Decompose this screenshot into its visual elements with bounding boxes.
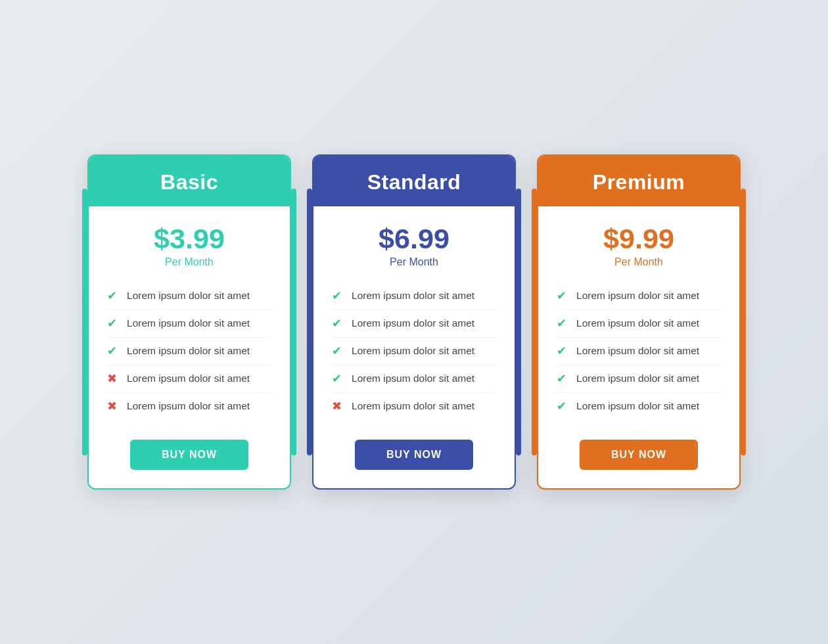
list-item: ✔Lorem ipsum dolor sit amet <box>557 365 721 393</box>
plan-name-premium: Premium <box>593 170 685 194</box>
check-icon: ✔ <box>557 344 568 358</box>
card-body-basic: $3.99Per Month✔Lorem ipsum dolor sit ame… <box>89 206 290 488</box>
list-item: ✔Lorem ipsum dolor sit amet <box>557 393 721 420</box>
check-icon: ✔ <box>332 317 344 331</box>
feature-text: Lorem ipsum dolor sit amet <box>352 400 474 412</box>
price-period-premium: Per Month <box>603 256 674 268</box>
features-list-standard: ✔Lorem ipsum dolor sit amet✔Lorem ipsum … <box>332 283 496 420</box>
list-item: ✖Lorem ipsum dolor sit amet <box>107 365 271 393</box>
price-amount-basic: $3.99 <box>154 225 225 253</box>
pricing-card-basic: Basic$3.99Per Month✔Lorem ipsum dolor si… <box>87 154 291 489</box>
check-icon: ✔ <box>107 344 119 358</box>
cross-icon: ✖ <box>107 400 119 413</box>
feature-text: Lorem ipsum dolor sit amet <box>352 345 474 357</box>
check-icon: ✔ <box>557 372 568 386</box>
cross-icon: ✖ <box>332 400 344 413</box>
feature-text: Lorem ipsum dolor sit amet <box>576 345 699 357</box>
cross-icon: ✖ <box>107 372 119 386</box>
list-item: ✔Lorem ipsum dolor sit amet <box>107 338 271 365</box>
card-body-premium: $9.99Per Month✔Lorem ipsum dolor sit ame… <box>538 206 739 488</box>
price-period-standard: Per Month <box>379 256 449 268</box>
list-item: ✔Lorem ipsum dolor sit amet <box>557 283 721 310</box>
feature-text: Lorem ipsum dolor sit amet <box>352 317 474 329</box>
list-item: ✔Lorem ipsum dolor sit amet <box>332 338 496 365</box>
plan-name-basic: Basic <box>160 170 218 194</box>
price-section-standard: $6.99Per Month <box>379 206 449 282</box>
features-list-basic: ✔Lorem ipsum dolor sit amet✔Lorem ipsum … <box>107 283 271 420</box>
feature-text: Lorem ipsum dolor sit amet <box>352 290 474 302</box>
price-section-basic: $3.99Per Month <box>154 206 225 282</box>
list-item: ✖Lorem ipsum dolor sit amet <box>107 393 271 420</box>
check-icon: ✔ <box>107 289 119 303</box>
feature-text: Lorem ipsum dolor sit amet <box>127 317 250 329</box>
list-item: ✔Lorem ipsum dolor sit amet <box>107 310 271 338</box>
check-icon: ✔ <box>332 344 344 358</box>
feature-text: Lorem ipsum dolor sit amet <box>576 317 699 329</box>
price-period-basic: Per Month <box>154 256 225 268</box>
price-amount-premium: $9.99 <box>603 225 674 253</box>
price-amount-standard: $6.99 <box>379 225 449 253</box>
price-section-premium: $9.99Per Month <box>603 206 674 282</box>
card-header-basic: Basic <box>89 156 290 206</box>
card-header-premium: Premium <box>538 156 739 206</box>
feature-text: Lorem ipsum dolor sit amet <box>127 290 250 302</box>
check-icon: ✔ <box>332 372 344 386</box>
check-icon: ✔ <box>107 317 119 331</box>
check-icon: ✔ <box>332 289 344 303</box>
feature-text: Lorem ipsum dolor sit amet <box>127 373 250 384</box>
feature-text: Lorem ipsum dolor sit amet <box>576 290 699 302</box>
list-item: ✔Lorem ipsum dolor sit amet <box>332 310 496 338</box>
list-item: ✔Lorem ipsum dolor sit amet <box>557 310 721 338</box>
pricing-card-standard: Standard$6.99Per Month✔Lorem ipsum dolor… <box>312 154 516 489</box>
feature-text: Lorem ipsum dolor sit amet <box>127 345 250 357</box>
buy-now-button-premium[interactable]: BUY NOW <box>580 440 698 470</box>
pricing-card-premium: Premium$9.99Per Month✔Lorem ipsum dolor … <box>537 154 741 489</box>
check-icon: ✔ <box>557 400 568 413</box>
card-body-standard: $6.99Per Month✔Lorem ipsum dolor sit ame… <box>313 206 515 488</box>
list-item: ✔Lorem ipsum dolor sit amet <box>557 338 721 365</box>
list-item: ✔Lorem ipsum dolor sit amet <box>332 365 496 393</box>
feature-text: Lorem ipsum dolor sit amet <box>127 400 250 412</box>
check-icon: ✔ <box>557 317 568 331</box>
feature-text: Lorem ipsum dolor sit amet <box>352 373 474 384</box>
plan-name-standard: Standard <box>367 170 461 194</box>
buy-now-button-basic[interactable]: BUY NOW <box>130 440 248 470</box>
list-item: ✔Lorem ipsum dolor sit amet <box>332 283 496 310</box>
buy-now-button-standard[interactable]: BUY NOW <box>355 440 473 470</box>
pricing-table: Basic$3.99Per Month✔Lorem ipsum dolor si… <box>87 154 741 489</box>
list-item: ✔Lorem ipsum dolor sit amet <box>107 283 271 310</box>
card-header-standard: Standard <box>313 156 515 206</box>
check-icon: ✔ <box>557 289 568 303</box>
feature-text: Lorem ipsum dolor sit amet <box>576 400 699 412</box>
features-list-premium: ✔Lorem ipsum dolor sit amet✔Lorem ipsum … <box>557 283 721 420</box>
feature-text: Lorem ipsum dolor sit amet <box>576 373 699 384</box>
list-item: ✖Lorem ipsum dolor sit amet <box>332 393 496 420</box>
